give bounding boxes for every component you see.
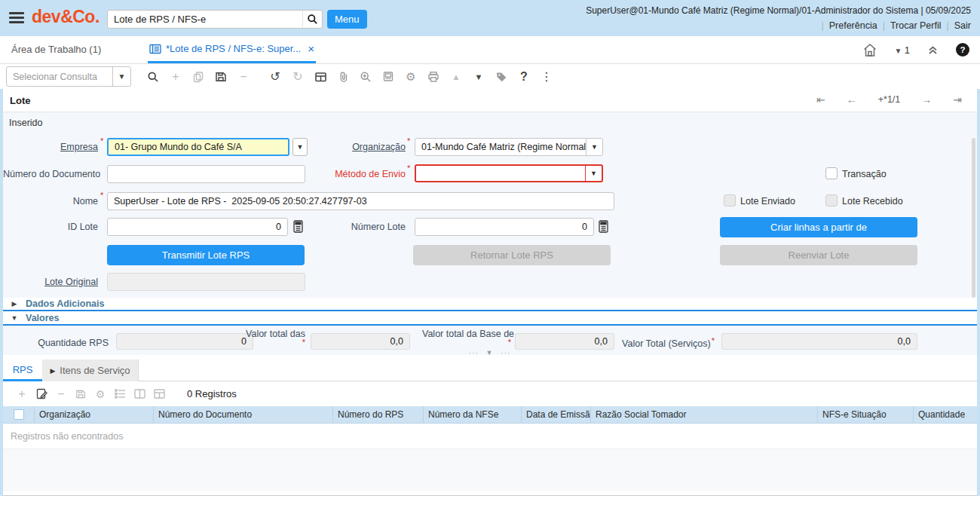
numero-lote-input[interactable]: [415, 218, 594, 236]
column-header-0[interactable]: Organização: [35, 406, 154, 423]
search-icon[interactable]: [302, 11, 322, 28]
toolbar-icons: + − ↺ ↻ ⚙ ▲ ▼ ? ⋮: [142, 64, 558, 89]
consulta-select[interactable]: ▼: [6, 66, 131, 87]
expand-form-icon[interactable]: ▼: [467, 68, 490, 86]
home-icon[interactable]: [862, 43, 877, 57]
section-valores[interactable]: ▼ Valores: [3, 312, 977, 326]
column-header-2[interactable]: Número do RPS: [333, 406, 424, 423]
menu-button[interactable]: Menu: [327, 10, 367, 29]
calculator-icon[interactable]: [599, 220, 609, 234]
empresa-dropdown-icon[interactable]: ▼: [292, 138, 308, 156]
previous-record-icon[interactable]: ←: [847, 93, 857, 106]
preferencia-link[interactable]: Preferência: [829, 20, 877, 31]
transmitir-lote-button[interactable]: Transmitir Lote RPS: [107, 245, 305, 265]
trocar-perfil-link[interactable]: Trocar Perfil: [890, 20, 942, 31]
grid-header-row: OrganizaçãoNúmero do DocumentoNúmero do …: [3, 406, 977, 424]
record-position: +*1/1: [878, 94, 901, 105]
grid-add-icon[interactable]: +: [12, 385, 32, 403]
column-header-1[interactable]: Número do Documento: [154, 406, 333, 423]
column-header-3[interactable]: Número da NFSe: [424, 406, 522, 423]
column-header-7[interactable]: Quantidade: [914, 406, 977, 423]
more-options-icon[interactable]: ⋮: [535, 68, 558, 86]
next-record-icon[interactable]: →: [921, 93, 932, 106]
chevron-down-icon: ▼: [894, 47, 902, 55]
metodo-envio-select[interactable]: ▼: [415, 164, 603, 182]
close-tab-icon[interactable]: ×: [308, 42, 314, 55]
undo-icon[interactable]: ↺: [264, 68, 286, 86]
global-search: [107, 10, 323, 29]
tab-rps[interactable]: RPS: [3, 360, 42, 381]
consulta-input[interactable]: [7, 67, 112, 86]
grid-table-icon[interactable]: [149, 385, 169, 403]
copy-record-icon[interactable]: [187, 68, 210, 86]
collapse-form-icon[interactable]: ▲: [445, 68, 467, 86]
collapse-all-icon[interactable]: [926, 44, 939, 56]
valores-title: Valores: [26, 313, 59, 323]
delete-record-icon[interactable]: −: [232, 68, 255, 86]
tab-itens-de-servico[interactable]: ▶ Itens de Serviço: [42, 360, 139, 381]
hamburger-menu-icon[interactable]: [9, 12, 24, 24]
nome-input[interactable]: [107, 192, 614, 210]
user-info: SuperUser@01-Mundo Café Matriz (Regime N…: [586, 5, 971, 16]
metodo-envio-required-mark: *: [407, 164, 410, 173]
grid-columns-icon[interactable]: [130, 385, 149, 403]
valor-total-das-required-mark: *: [226, 339, 305, 345]
lote-enviado-label: Lote Enviado: [740, 194, 795, 208]
grid-delete-icon[interactable]: −: [51, 385, 71, 403]
zoom-in-icon[interactable]: [354, 68, 377, 86]
empresa-label[interactable]: Empresa: [3, 138, 98, 156]
id-lote-input[interactable]: [107, 218, 288, 236]
tab-rps-label: RPS: [13, 364, 33, 375]
tag-icon[interactable]: [490, 68, 513, 86]
column-header-4[interactable]: Data de Emissão: [522, 406, 591, 423]
app-logo: dev&Co.: [32, 7, 100, 27]
transacao-checkbox[interactable]: [825, 167, 838, 179]
link-separator: |: [947, 20, 949, 31]
help-icon[interactable]: ?: [956, 43, 969, 57]
view-count-value: 1: [905, 44, 910, 56]
detail-tab-bar: RPS ▶ Itens de Serviço: [3, 360, 977, 381]
numero-lote-label: Número Lote: [317, 218, 406, 236]
print-icon[interactable]: [422, 68, 445, 86]
refresh-icon[interactable]: ↻: [286, 68, 309, 86]
criar-linhas-button[interactable]: Criar linhas a partir de: [720, 217, 917, 237]
calculator-icon[interactable]: [293, 220, 304, 234]
grid-list-icon[interactable]: [110, 385, 130, 403]
lote-original-input: [107, 273, 305, 291]
tab-workspace[interactable]: Área de Trabalho (1): [11, 44, 101, 55]
help-question-icon[interactable]: ?: [513, 68, 535, 86]
section-dados-adicionais[interactable]: ▶ Dados Adicionais: [3, 298, 977, 311]
attachment-icon[interactable]: [332, 68, 354, 86]
grid-save-icon[interactable]: [71, 385, 90, 403]
numero-documento-input[interactable]: [107, 165, 305, 183]
settings-gear-icon[interactable]: ⚙: [400, 68, 422, 86]
lote-original-label[interactable]: Lote Original: [3, 273, 98, 291]
global-search-input[interactable]: [108, 11, 302, 28]
record-pager: ⇤ ← +*1/1 → ⇥: [816, 93, 962, 106]
column-header-6[interactable]: NFS-e Situação: [818, 406, 914, 423]
add-record-icon[interactable]: +: [164, 68, 187, 86]
grid-view-icon[interactable]: [309, 68, 332, 86]
organizacao-select[interactable]: 01-Mundo Café Matriz (Regime Normal) ▼: [415, 138, 603, 156]
log-icon[interactable]: [377, 68, 400, 86]
search-record-icon[interactable]: [142, 68, 164, 86]
select-all-checkbox[interactable]: [14, 409, 24, 420]
organizacao-dropdown-icon[interactable]: ▼: [586, 139, 602, 155]
view-count[interactable]: ▼ 1: [894, 44, 910, 56]
consulta-dropdown-icon[interactable]: ▼: [112, 67, 130, 86]
save-record-icon[interactable]: [210, 68, 232, 86]
sair-link[interactable]: Sair: [954, 20, 971, 31]
valor-total-das-label: Valor total das *: [226, 329, 305, 345]
record-toolbar: ▼ + − ↺ ↻ ⚙ ▲: [0, 64, 980, 89]
empresa-input[interactable]: [107, 138, 289, 156]
panel-splitter-handle[interactable]: ∙∙∙ ▼ ∙∙∙: [3, 349, 977, 358]
grid-edit-icon[interactable]: [32, 385, 51, 403]
grid-settings-icon[interactable]: ⚙: [90, 385, 110, 403]
column-header-5[interactable]: Razão Social Tomador: [591, 406, 818, 423]
last-record-icon[interactable]: ⇥: [953, 93, 962, 106]
tab-active-document[interactable]: *Lote de RPS / NFS-e: Super... ×: [148, 36, 316, 63]
first-record-icon[interactable]: ⇤: [816, 93, 825, 106]
metodo-envio-dropdown-icon[interactable]: ▼: [585, 166, 602, 181]
organizacao-label[interactable]: Organização: [317, 138, 406, 156]
form-scrollbar[interactable]: [972, 138, 975, 298]
